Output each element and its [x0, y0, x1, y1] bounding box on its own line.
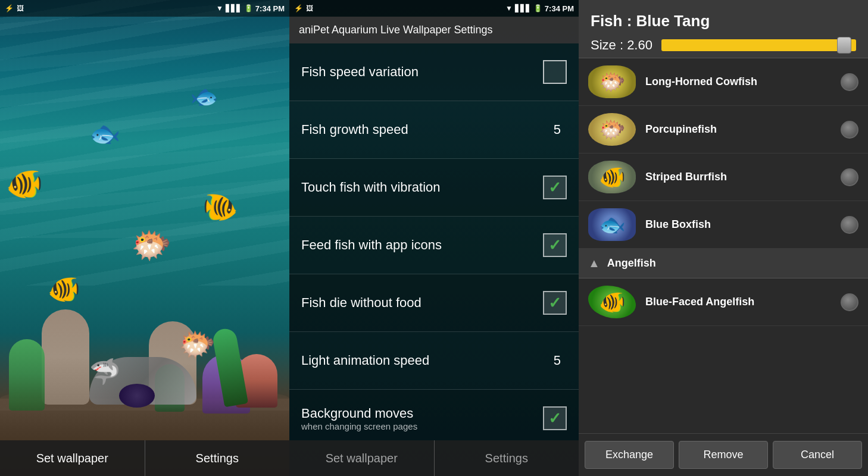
cancel-button[interactable]: Cancel	[773, 441, 862, 469]
settings-item-growth-speed[interactable]: Fish growth speed 5	[289, 101, 579, 159]
settings-sublabel-bg-moves: when changing screen pages	[301, 421, 543, 431]
remove-button[interactable]: Remove	[679, 441, 768, 469]
settings-value-light-speed: 5	[554, 353, 561, 368]
fish-title: Fish : Blue Tang	[591, 12, 856, 30]
settings-label-bg-moves: Background moves	[301, 406, 543, 421]
fish-7: 🦈	[89, 357, 120, 386]
size-slider-container	[661, 39, 856, 51]
fish-radio-cowfish[interactable]	[841, 73, 858, 91]
fish-item-boxfish[interactable]: 🐟 Blue Boxfish	[579, 201, 868, 249]
angelfish-group-header[interactable]: ▲ Angelfish	[579, 249, 868, 278]
usb-icon: ⚡	[5, 4, 14, 12]
settings-usb-icon: ⚡	[294, 4, 303, 12]
fish-item-angelfish[interactable]: 🐠 Blue-Faced Angelfish	[579, 278, 868, 326]
settings-title: aniPet Aquarium Live Wallpaper Settings	[299, 24, 493, 36]
settings-label-fish-speed: Fish speed variation	[301, 64, 543, 80]
settings-set-wallpaper-button[interactable]: Set wallpaper	[289, 440, 435, 476]
fish-thumbnail-burrfish: 🐠	[588, 161, 636, 193]
checkbox-fish-speed[interactable]	[543, 60, 567, 84]
fish-size-row: Size : 2.60	[591, 37, 856, 53]
size-slider-thumb[interactable]	[837, 37, 851, 54]
fish-item-burrfish[interactable]: 🐠 Striped Burrfish	[579, 154, 868, 201]
fish-radio-boxfish[interactable]	[841, 216, 858, 234]
fish-thumbnail-angelfish: 🐠	[588, 286, 636, 318]
fish-name-porcupine: Porcupinefish	[645, 123, 841, 136]
sea-urchin	[119, 384, 155, 408]
fish-3: 🐡	[131, 226, 172, 265]
checkmark-fish-die: ✓	[548, 294, 561, 312]
settings-label-fish-die: Fish die without food	[301, 295, 543, 311]
settings-title-bar: aniPet Aquarium Live Wallpaper Settings	[289, 17, 579, 43]
battery-icon: 🔋	[244, 4, 253, 12]
settings-item-vibration[interactable]: Touch fish with vibration ✓	[289, 159, 579, 217]
settings-image-icon: 🖼	[306, 4, 313, 12]
settings-bottom-bar: Set wallpaper Settings	[289, 440, 579, 476]
settings-battery-icon: 🔋	[533, 4, 542, 12]
fish-name-cowfish: Long-Horned Cowfish	[645, 76, 841, 88]
fish-6: 🐡	[179, 327, 216, 362]
coral-green	[9, 339, 45, 411]
checkbox-feed-fish[interactable]: ✓	[543, 233, 567, 257]
settings-list: Fish speed variation Fish growth speed 5…	[289, 43, 579, 440]
fish-5: 🐠	[48, 274, 80, 305]
fish-item-porcupine[interactable]: 🐡 Porcupinefish	[579, 106, 868, 154]
fish-thumbnail-cowfish: 🐡	[588, 65, 636, 98]
settings-item-light-speed[interactable]: Light animation speed 5	[289, 332, 579, 390]
fish-radio-angelfish[interactable]	[841, 293, 858, 311]
fish-name-angelfish: Blue-Faced Angelfish	[645, 296, 841, 308]
size-slider-track[interactable]	[661, 39, 856, 51]
settings-status-bar: ⚡ 🖼 ▼ ▋▋▋ 🔋 7:34 PM	[289, 0, 579, 17]
fish-name-burrfish: Striped Burrfish	[645, 171, 841, 183]
settings-item-feed-fish[interactable]: Feed fish with app icons ✓	[289, 217, 579, 274]
settings-wifi-icon: ▼	[505, 4, 513, 12]
clownfish-2: 🐟	[89, 119, 120, 148]
settings-status-right: ▼ ▋▋▋ 🔋 7:34 PM	[505, 4, 574, 13]
settings-label-vibration: Touch fish with vibration	[301, 180, 543, 195]
settings-signal-icon: ▋▋▋	[515, 4, 531, 12]
fish-list: 🐡 Long-Horned Cowfish 🐡 Porcupinefish 🐠 …	[579, 58, 868, 433]
status-time: 7:34 PM	[255, 4, 285, 13]
group-collapse-icon[interactable]: ▲	[588, 256, 600, 270]
fish-radio-burrfish[interactable]	[841, 168, 858, 186]
checkbox-bg-moves[interactable]: ✓	[543, 406, 567, 430]
settings-label-feed-fish: Feed fish with app icons	[301, 237, 543, 253]
aquarium-bottom-bar: Set wallpaper Settings	[0, 440, 289, 476]
signal-icon: ▋▋▋	[226, 4, 242, 12]
settings-value-growth-speed: 5	[554, 122, 561, 137]
exchange-button[interactable]: Exchange	[585, 441, 674, 469]
checkmark-feed-fish: ✓	[548, 236, 561, 255]
status-icons-left: ⚡ 🖼	[5, 4, 24, 12]
image-icon: 🖼	[17, 4, 24, 12]
checkmark-vibration: ✓	[548, 178, 561, 197]
light-rays-2	[0, 0, 289, 238]
fish-bottom-bar: Exchange Remove Cancel	[579, 433, 868, 476]
fish-thumbnail-porcupine: 🐡	[588, 113, 636, 146]
fish-thumbnail-boxfish: 🐟	[588, 208, 636, 241]
clownfish-3: 🐠	[202, 190, 238, 224]
settings-item-fish-speed[interactable]: Fish speed variation	[289, 43, 579, 101]
checkbox-vibration[interactable]: ✓	[543, 176, 567, 199]
angelfish-group-name: Angelfish	[607, 257, 656, 270]
fish-item-cowfish[interactable]: 🐡 Long-Horned Cowfish	[579, 58, 868, 106]
checkbox-fish-die[interactable]: ✓	[543, 291, 567, 315]
settings-item-fish-die[interactable]: Fish die without food ✓	[289, 274, 579, 332]
status-bar: ⚡ 🖼 ▼ ▋▋▋ 🔋 7:34 PM	[0, 0, 289, 17]
settings-label-light-speed: Light animation speed	[301, 353, 554, 368]
fish-header: Fish : Blue Tang Size : 2.60	[579, 0, 868, 58]
settings-item-bg-moves[interactable]: Background moves when changing screen pa…	[289, 390, 579, 440]
aquarium-panel: ⚡ 🖼 ▼ ▋▋▋ 🔋 7:34 PM 🐠 🐟 🐡 🐠 🐟 🐠 🐡 🦈 Set …	[0, 0, 289, 476]
fish-radio-porcupine[interactable]	[841, 121, 858, 139]
settings-panel: ⚡ 🖼 ▼ ▋▋▋ 🔋 7:34 PM aniPet Aquarium Live…	[289, 0, 579, 476]
settings-status-left: ⚡ 🖼	[294, 4, 313, 12]
settings-settings-button[interactable]: Settings	[435, 440, 579, 476]
settings-button[interactable]: Settings	[145, 440, 290, 476]
settings-container: ⚡ 🖼 ▼ ▋▋▋ 🔋 7:34 PM aniPet Aquarium Live…	[289, 0, 579, 476]
clownfish-1: 🐠	[6, 167, 43, 201]
fish-4: 🐟	[191, 83, 218, 109]
wifi-icon: ▼	[216, 4, 223, 12]
fish-selection-panel: Fish : Blue Tang Size : 2.60 🐡 Long-Horn…	[579, 0, 868, 476]
status-icons-right: ▼ ▋▋▋ 🔋 7:34 PM	[216, 4, 285, 13]
fish-size-label: Size : 2.60	[591, 37, 652, 53]
settings-time: 7:34 PM	[545, 4, 574, 13]
set-wallpaper-button[interactable]: Set wallpaper	[0, 440, 145, 476]
